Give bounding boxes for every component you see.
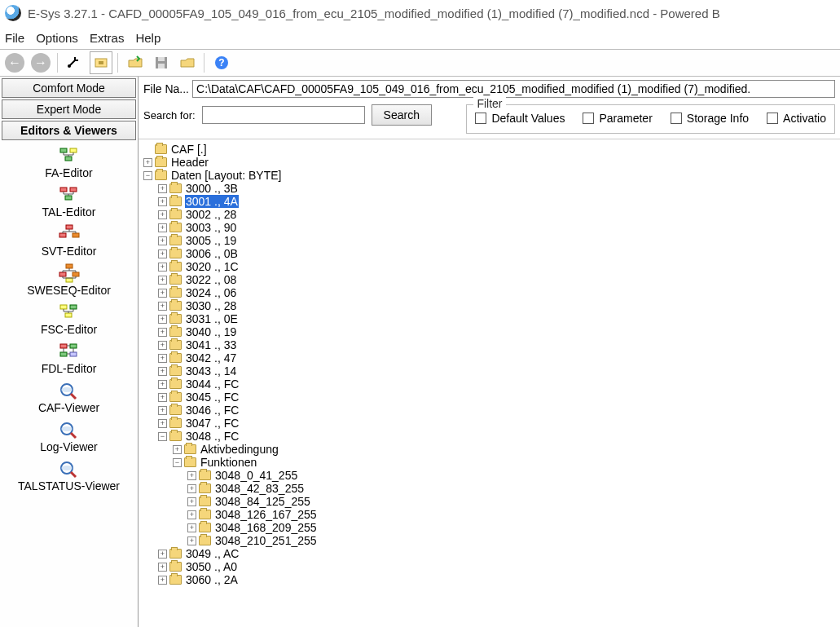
tree-node[interactable]: +3000 ., 3B xyxy=(140,182,838,195)
expand-icon[interactable]: + xyxy=(187,523,196,532)
tree-label[interactable]: 3043 ., 14 xyxy=(185,364,237,378)
tree-node[interactable]: +3049 ., AC xyxy=(140,547,838,560)
tree-node[interactable]: +3048_84_125_255 xyxy=(140,495,838,508)
tree-label[interactable]: 3022 ., 08 xyxy=(185,273,237,287)
tree-node[interactable]: +3001 ., 4A xyxy=(140,195,838,208)
expand-icon[interactable]: + xyxy=(158,276,167,285)
editor-item-caf-viewer[interactable]: CAF-Viewer xyxy=(2,378,136,416)
tree-label[interactable]: Aktivbedingung xyxy=(200,443,279,457)
menu-help[interactable]: Help xyxy=(135,31,161,45)
tree-label[interactable]: Funktionen xyxy=(200,456,257,470)
tree-node[interactable]: +3048_42_83_255 xyxy=(140,482,838,495)
editor-item-talstatus-viewer[interactable]: TALSTATUS-Viewer xyxy=(2,457,136,494)
tree-node[interactable]: +3048_126_167_255 xyxy=(140,508,838,521)
tree-label[interactable]: 3048 ., FC xyxy=(185,430,240,444)
expand-icon[interactable]: + xyxy=(187,536,196,545)
expand-icon[interactable]: + xyxy=(158,576,167,585)
expand-icon[interactable]: + xyxy=(158,223,167,232)
connect-button[interactable] xyxy=(64,51,86,74)
tree-node[interactable]: +3022 ., 08 xyxy=(140,273,838,286)
tree-node[interactable]: +3002 ., 28 xyxy=(140,208,838,221)
tree-label[interactable]: 3024 ., 06 xyxy=(185,286,237,300)
expand-icon[interactable]: + xyxy=(158,328,167,337)
tree-label[interactable]: Daten [Layout: BYTE] xyxy=(170,169,282,183)
tree-node[interactable]: +3047 ., FC xyxy=(140,417,838,430)
tree-node-funktionen[interactable]: −Funktionen xyxy=(140,456,838,469)
read-button[interactable] xyxy=(90,51,112,74)
expand-icon[interactable]: + xyxy=(158,315,167,324)
editor-item-tal-editor[interactable]: TAL-Editor xyxy=(2,183,136,220)
tree-node[interactable]: +3045 ., FC xyxy=(140,391,838,404)
expand-icon[interactable]: + xyxy=(187,497,196,506)
mode-editors-viewers-button[interactable]: Editors & Viewers xyxy=(2,121,136,140)
nav-forward-button[interactable]: → xyxy=(29,51,52,74)
menu-extras[interactable]: Extras xyxy=(90,31,125,45)
expand-icon[interactable]: + xyxy=(143,158,152,167)
expand-icon[interactable]: + xyxy=(187,510,196,519)
tree-label[interactable]: 3030 ., 28 xyxy=(185,299,237,313)
tree-label[interactable]: 3048_210_251_255 xyxy=(214,534,318,548)
tree-label[interactable]: Header xyxy=(170,156,209,170)
expand-icon[interactable]: + xyxy=(158,263,167,272)
filter-default-values[interactable]: Default Values xyxy=(475,112,565,125)
tree-label[interactable]: 3048_126_167_255 xyxy=(214,508,318,522)
tree-label[interactable]: 3000 ., 3B xyxy=(185,182,239,196)
tree-node[interactable]: +3024 ., 06 xyxy=(140,286,838,299)
tree-node[interactable]: −3048 ., FC xyxy=(140,430,838,443)
tree-node[interactable]: +3048_168_209_255 xyxy=(140,521,838,534)
tree-node[interactable]: +3006 ., 0B xyxy=(140,247,838,260)
tree-label[interactable]: 3045 ., FC xyxy=(185,391,240,404)
nav-back-button[interactable]: ← xyxy=(3,51,26,74)
tree-label[interactable]: 3049 ., AC xyxy=(185,547,240,561)
expand-icon[interactable]: + xyxy=(158,367,167,376)
tree-label[interactable]: 3003 ., 90 xyxy=(185,221,237,235)
tree-node[interactable]: +3050 ., A0 xyxy=(140,560,838,573)
tree-node[interactable]: +3044 ., FC xyxy=(140,378,838,391)
editor-item-fa-editor[interactable]: FA-Editor xyxy=(2,144,136,181)
filter-activation[interactable]: Activatio xyxy=(767,112,826,125)
expand-icon[interactable]: + xyxy=(158,406,167,415)
menu-options[interactable]: Options xyxy=(36,31,78,45)
expand-icon[interactable]: + xyxy=(173,445,182,454)
expand-icon[interactable]: − xyxy=(158,432,167,441)
expand-icon[interactable]: + xyxy=(158,249,167,258)
tree-label[interactable]: 3046 ., FC xyxy=(185,404,240,417)
tree-node[interactable]: +3048_0_41_255 xyxy=(140,469,838,482)
tree-label[interactable]: 3041 ., 33 xyxy=(185,338,237,352)
tree-label[interactable]: 3050 ., A0 xyxy=(185,560,238,574)
expand-icon[interactable]: + xyxy=(158,341,167,350)
tree-view[interactable]: CAF [.]+Header−Daten [Layout: BYTE]+3000… xyxy=(139,139,840,627)
filter-storage-info[interactable]: Storage Info xyxy=(671,112,749,125)
mode-expert-button[interactable]: Expert Mode xyxy=(2,99,136,119)
open2-button[interactable] xyxy=(176,51,199,74)
expand-icon[interactable]: + xyxy=(158,236,167,245)
expand-icon[interactable]: + xyxy=(187,471,196,480)
expand-icon[interactable]: + xyxy=(158,393,167,402)
tree-label[interactable]: 3005 ., 19 xyxy=(185,234,237,248)
tree-label[interactable]: 3020 ., 1C xyxy=(185,260,240,274)
tree-root[interactable]: CAF [.] xyxy=(140,143,838,156)
expand-icon[interactable]: − xyxy=(173,458,182,467)
tree-label[interactable]: 3048_0_41_255 xyxy=(214,469,298,483)
expand-icon[interactable]: + xyxy=(158,289,167,298)
tree-label[interactable]: 3040 ., 19 xyxy=(185,325,237,339)
tree-node[interactable]: +3060 ., 2A xyxy=(140,573,838,586)
tree-label[interactable]: 3002 ., 28 xyxy=(185,208,237,222)
editor-item-fsc-editor[interactable]: FSC-Editor xyxy=(2,300,136,338)
tree-node[interactable]: +3043 ., 14 xyxy=(140,364,838,378)
search-input[interactable] xyxy=(202,106,365,124)
mode-comfort-button[interactable]: Comfort Mode xyxy=(2,78,136,98)
help-button[interactable]: ? xyxy=(210,51,233,74)
tree-node[interactable]: +3046 ., FC xyxy=(140,404,838,417)
tree-label[interactable]: 3048_168_209_255 xyxy=(214,521,318,535)
expand-icon[interactable]: + xyxy=(158,380,167,389)
expand-icon[interactable]: + xyxy=(158,184,167,193)
tree-daten[interactable]: −Daten [Layout: BYTE] xyxy=(140,169,838,182)
expand-icon[interactable]: + xyxy=(158,419,167,428)
tree-label[interactable]: 3060 ., 2A xyxy=(185,573,239,587)
tree-node[interactable]: +3040 ., 19 xyxy=(140,325,838,338)
tree-node[interactable]: +3005 ., 19 xyxy=(140,234,838,247)
open-button[interactable] xyxy=(124,51,147,74)
expand-icon[interactable]: + xyxy=(158,550,167,559)
filter-parameter[interactable]: Parameter xyxy=(583,112,652,125)
